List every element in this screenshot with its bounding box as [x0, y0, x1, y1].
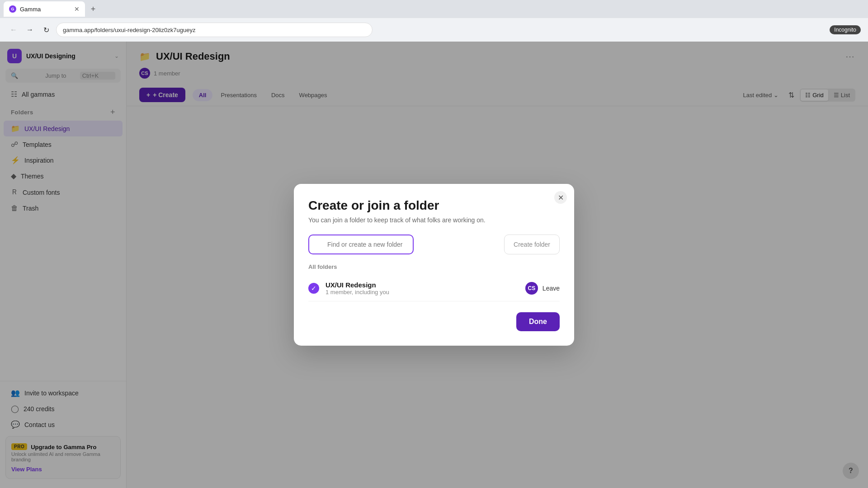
modal-close-button[interactable]: ✕ — [554, 191, 567, 204]
incognito-badge: Incognito — [830, 25, 861, 34]
modal-subtitle: You can join a folder to keep track of w… — [308, 216, 560, 224]
address-bar[interactable]: gamma.app/folders/uxui-redesign-20liz0zk… — [56, 23, 373, 37]
nav-right: Incognito — [830, 25, 861, 34]
create-join-folder-modal: ✕ Create or join a folder You can join a… — [294, 184, 574, 346]
modal-search-row: 🔍 Create folder — [308, 235, 560, 254]
tab-bar: G Gamma ✕ + — [0, 0, 868, 18]
leave-folder-button[interactable]: Leave — [542, 285, 560, 292]
folder-list-right: CS Leave — [525, 282, 560, 295]
modal-overlay[interactable]: ✕ Create or join a folder You can join a… — [0, 42, 868, 488]
back-button[interactable]: ← — [7, 23, 20, 36]
active-tab[interactable]: G Gamma ✕ — [4, 1, 85, 17]
folder-search-input[interactable] — [308, 235, 414, 254]
done-button[interactable]: Done — [516, 312, 560, 331]
folder-list-info: UX/UI Redesign 1 member, including you — [326, 281, 519, 296]
create-folder-button[interactable]: Create folder — [504, 235, 560, 254]
address-text: gamma.app/folders/uxui-redesign-20liz0zk… — [63, 27, 195, 33]
folder-list-members: 1 member, including you — [326, 289, 519, 296]
tab-close-button[interactable]: ✕ — [74, 5, 80, 13]
tab-title: Gamma — [20, 6, 41, 13]
app-container: U UX/UI Designing ⌄ 🔍 Jump to Ctrl+K ☷ A… — [0, 42, 868, 488]
folder-list-item: ✓ UX/UI Redesign 1 member, including you… — [308, 276, 560, 301]
search-wrapper: 🔍 — [308, 235, 499, 254]
modal-title: Create or join a folder — [308, 198, 560, 213]
all-folders-label: All folders — [308, 263, 560, 270]
folder-member-avatar: CS — [525, 282, 538, 295]
new-tab-button[interactable]: + — [87, 3, 99, 15]
browser-chrome: G Gamma ✕ + ← → ↻ gamma.app/folders/uxui… — [0, 0, 868, 42]
nav-bar: ← → ↻ gamma.app/folders/uxui-redesign-20… — [0, 18, 868, 42]
refresh-button[interactable]: ↻ — [40, 23, 52, 36]
folder-list-name: UX/UI Redesign — [326, 281, 519, 289]
tab-favicon: G — [9, 5, 16, 13]
folder-check-icon: ✓ — [308, 283, 319, 294]
modal-footer: Done — [308, 312, 560, 331]
forward-button[interactable]: → — [24, 23, 36, 36]
